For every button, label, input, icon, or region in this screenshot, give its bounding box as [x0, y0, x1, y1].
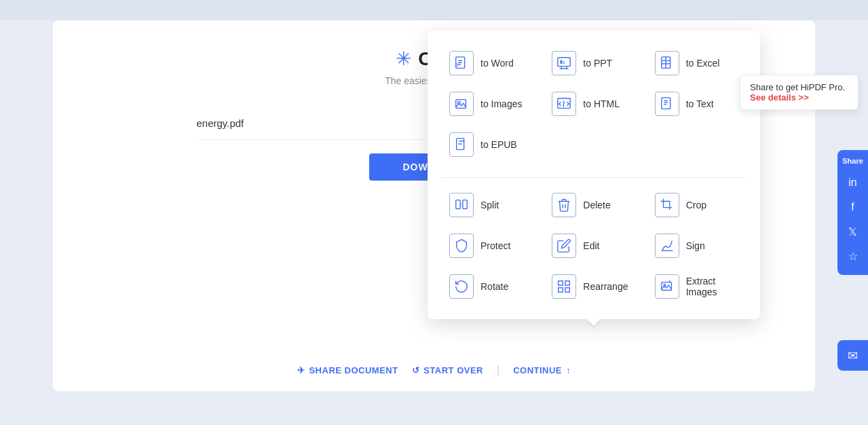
menu-item-to-text[interactable]: to Text	[647, 85, 747, 123]
tooltip-link[interactable]: See details >>	[750, 92, 809, 103]
menu-item-to-images[interactable]: to Images	[441, 85, 541, 123]
svg-rect-25	[456, 200, 460, 209]
delete-label: Delete	[583, 200, 610, 210]
share-doc-icon: ✈	[297, 365, 305, 375]
continue-button[interactable]: CONTINUE ↑	[513, 365, 571, 375]
svg-rect-26	[463, 200, 467, 209]
extract-images-label: Extract Images	[686, 276, 738, 297]
sign-icon	[655, 234, 679, 258]
delete-icon	[552, 193, 576, 217]
svg-rect-29	[559, 281, 563, 285]
menu-item-to-word[interactable]: W to Word	[441, 44, 541, 82]
svg-rect-31	[559, 288, 563, 292]
svg-rect-9	[561, 60, 563, 64]
menu-item-sign[interactable]: Sign	[647, 227, 747, 265]
to-ppt-label: to PPT	[583, 58, 612, 69]
menu-item-delete[interactable]: Delete	[544, 186, 643, 224]
crop-icon	[655, 193, 679, 217]
edit-label: Edit	[583, 240, 599, 251]
email-button[interactable]: ✉	[837, 340, 868, 371]
bg-header	[0, 0, 868, 20]
crop-label: Crop	[686, 200, 706, 210]
twitter-button[interactable]: 𝕏	[841, 219, 865, 244]
tooltip-box: Share to get HiPDF Pro. See details >>	[740, 75, 858, 110]
tools-section: Split Delete Crop	[441, 186, 747, 306]
rotate-icon	[449, 274, 474, 299]
share-sidebar: Share in f 𝕏 ☆	[837, 150, 868, 275]
file-name: energy.pdf	[197, 117, 244, 129]
to-images-label: to Images	[480, 98, 522, 109]
epub-icon	[449, 132, 474, 157]
svg-text:W: W	[455, 62, 460, 67]
compress-icon: ✳	[396, 48, 411, 70]
menu-item-split[interactable]: Split	[441, 186, 541, 224]
menu-item-to-html[interactable]: to HTML	[544, 85, 643, 123]
rearrange-icon	[552, 274, 576, 299]
split-label: Split	[480, 200, 499, 210]
protect-icon	[449, 234, 474, 258]
to-epub-label: to EPUB	[480, 139, 517, 150]
svg-rect-19	[661, 98, 670, 109]
continue-icon: ↑	[566, 365, 571, 375]
rotate-label: Rotate	[480, 281, 508, 292]
bookmark-button[interactable]: ☆	[841, 244, 865, 268]
menu-item-to-ppt[interactable]: to PPT	[544, 44, 643, 82]
images-icon	[449, 92, 474, 116]
edit-icon	[552, 234, 576, 258]
extract-images-icon	[655, 274, 679, 299]
convert-section: W to Word to PPT	[441, 44, 747, 174]
menu-item-crop[interactable]: Crop	[647, 186, 747, 224]
dropdown-arrow	[587, 319, 601, 326]
svg-point-34	[664, 284, 666, 287]
tooltip-main: Share to get HiPDF Pro.	[750, 82, 845, 92]
menu-item-rotate[interactable]: Rotate	[441, 267, 541, 306]
linkedin-button[interactable]: in	[841, 170, 865, 195]
text-icon	[655, 92, 679, 116]
menu-divider	[441, 177, 747, 178]
html-icon	[552, 92, 576, 116]
to-text-label: to Text	[686, 98, 714, 109]
share-label: Share	[842, 157, 863, 165]
rearrange-label: Rearrange	[583, 281, 628, 292]
email-icon: ✉	[848, 348, 858, 363]
svg-rect-10	[563, 61, 565, 64]
restart-icon: ↺	[412, 365, 420, 375]
protect-label: Protect	[480, 240, 510, 251]
svg-rect-30	[565, 281, 569, 285]
excel-icon	[655, 51, 679, 75]
menu-item-to-epub[interactable]: to EPUB	[441, 126, 541, 164]
menu-item-edit[interactable]: Edit	[544, 227, 643, 265]
menu-item-to-excel[interactable]: to Excel	[647, 44, 747, 82]
separator: |	[497, 364, 499, 376]
word-icon: W	[449, 51, 474, 75]
menu-item-rearrange[interactable]: Rearrange	[544, 267, 643, 306]
sign-label: Sign	[686, 240, 705, 251]
start-over-button[interactable]: ↺ START OVER	[412, 365, 483, 375]
dropdown-menu: W to Word to PPT	[428, 31, 760, 319]
to-word-label: to Word	[480, 58, 514, 69]
svg-rect-15	[456, 100, 466, 109]
menu-item-protect[interactable]: Protect	[441, 227, 541, 265]
share-document-button[interactable]: ✈ SHARE DOCUMENT	[297, 365, 398, 375]
ppt-icon	[552, 51, 576, 75]
svg-rect-33	[661, 282, 671, 291]
split-icon	[449, 193, 474, 217]
bottom-bar: ✈ SHARE DOCUMENT ↺ START OVER | CONTINUE…	[53, 356, 815, 384]
menu-item-extract-images[interactable]: Extract Images	[647, 267, 747, 306]
svg-rect-32	[565, 288, 569, 292]
svg-line-18	[563, 100, 564, 107]
to-html-label: to HTML	[583, 98, 620, 109]
facebook-button[interactable]: f	[841, 195, 865, 219]
to-excel-label: to Excel	[686, 58, 720, 69]
